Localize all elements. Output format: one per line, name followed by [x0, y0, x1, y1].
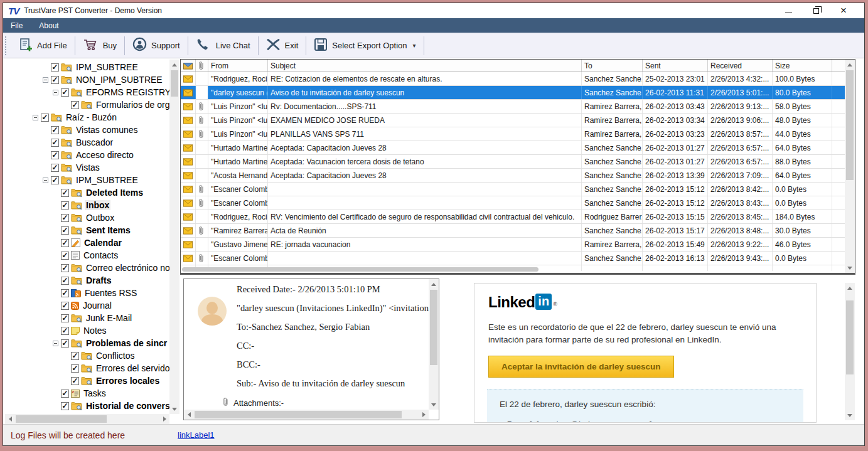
folder-checkbox[interactable]: ✓	[61, 88, 69, 97]
mail-row[interactable]: "Rodriguez, Roci...RV: Vencimiento del C…	[181, 210, 855, 224]
folder-checkbox[interactable]: ✓	[51, 63, 59, 72]
folder-checkbox[interactable]: ✓	[71, 101, 79, 109]
tree-item-ipm-subtree[interactable]: ✓IPM_SUBTREE	[5, 174, 169, 186]
tree-item-errores-locales[interactable]: ✓Errores locales	[5, 374, 169, 387]
mail-row[interactable]: "Hurtado Martine...Aceptada: Capacitacio…	[181, 141, 855, 155]
folder-checkbox[interactable]: ✓	[61, 339, 69, 348]
tree-item-formularios-de-orga[interactable]: ✓Formularios de orga	[5, 98, 169, 111]
mail-row[interactable]: "Rodriguez, Roci...RE: Cotizacion de ele…	[181, 72, 855, 86]
tree-item-sent-items[interactable]: ✓Sent Items	[5, 224, 169, 236]
tree-vertical-scrollbar[interactable]	[169, 60, 179, 414]
menu-file[interactable]: File	[11, 21, 23, 30]
tree-item-contacts[interactable]: ✓Contacts	[5, 249, 169, 262]
mail-row[interactable]: "Luis Pinzon" <lui...PLANILLAS VANS SPS …	[181, 127, 855, 141]
tree-item-problemas-de-sincr[interactable]: ✓Problemas de sincr	[5, 337, 169, 349]
folder-checkbox[interactable]: ✓	[61, 214, 69, 222]
folder-checkbox[interactable]: ✓	[41, 114, 49, 122]
tree-item-correo-electrónico-no[interactable]: ✓Correo electrónico no	[5, 262, 169, 274]
tree-item-non-ipm-subtree[interactable]: ✓NON_IPM_SUBTREE	[5, 73, 169, 86]
folder-checkbox[interactable]: ✓	[71, 377, 79, 385]
buy-button[interactable]: Buy	[75, 35, 124, 56]
mail-row[interactable]: "Luis Pinzon" <lui...Rv: Documentacion..…	[181, 100, 855, 114]
restore-button[interactable]	[812, 6, 820, 15]
mail-row[interactable]: "Acosta Hernand...Aceptada: Capacitacion…	[181, 169, 855, 183]
folder-checkbox[interactable]: ✓	[51, 139, 59, 147]
tree-item-vistas[interactable]: ✓Vistas	[5, 161, 169, 174]
mail-row[interactable]: "Escaner Colomb...Sanchez Sanche...26-02…	[181, 183, 855, 196]
collapse-expander-icon[interactable]	[33, 115, 38, 120]
log-link[interactable]: linkLabel1	[178, 430, 215, 440]
folder-checkbox[interactable]: ✓	[51, 76, 59, 84]
support-button[interactable]: Support	[125, 35, 188, 56]
folder-checkbox[interactable]: ✓	[61, 226, 69, 235]
folder-checkbox[interactable]: ✓	[71, 352, 79, 360]
folder-checkbox[interactable]: ✓	[61, 264, 69, 272]
tree-item-deleted-items[interactable]: ✓Deleted Items	[5, 186, 169, 199]
folder-checkbox[interactable]: ✓	[61, 327, 69, 335]
column-header-from[interactable]: From	[208, 60, 268, 72]
column-header-subject[interactable]: Subject	[268, 60, 582, 72]
folder-checkbox[interactable]: ✓	[51, 126, 59, 134]
column-header-sent[interactable]: Sent	[643, 60, 708, 72]
add-file-button[interactable]: Add File	[11, 35, 75, 56]
folder-checkbox[interactable]: ✓	[71, 364, 79, 373]
mail-row[interactable]: "Ramirez Barrera,...Acta de ReuniónSanch…	[181, 224, 855, 238]
message-horizontal-scrollbar[interactable]	[184, 410, 429, 420]
tree-item-fuentes-rss[interactable]: ✓Fuentes RSS	[5, 287, 169, 299]
exit-button[interactable]: Exit	[259, 35, 306, 56]
live-chat-button[interactable]: Live Chat	[188, 35, 258, 56]
tree-item-eforms-registry[interactable]: ✓EFORMS REGISTRY	[5, 86, 169, 98]
body-vertical-scrollbar[interactable]	[845, 283, 855, 420]
tree-item-raíz-buzón[interactable]: ✓Raíz - Buzón	[5, 111, 169, 124]
folder-checkbox[interactable]: ✓	[51, 176, 59, 184]
tree-item-calendar[interactable]: ✓Calendar	[5, 236, 169, 249]
select-export-option-button[interactable]: Select Export Option▾	[306, 35, 423, 56]
folder-checkbox[interactable]: ✓	[51, 164, 59, 172]
tree-item-conflictos[interactable]: ✓Conflictos	[5, 349, 169, 362]
tree-item-outbox[interactable]: ✓Outbox	[5, 211, 169, 224]
list-horizontal-scrollbar[interactable]	[182, 267, 538, 272]
mail-row[interactable]: "Escaner Colomb...Sanchez Sanche...26-02…	[181, 252, 855, 265]
tree-item-journal[interactable]: ✓Journal	[5, 299, 169, 312]
accept-invitation-button[interactable]: Aceptar la invitación de darley suescun	[488, 356, 674, 378]
mail-row[interactable]: "darley suescun (...Aviso de tu invitaci…	[181, 86, 855, 100]
folder-checkbox[interactable]: ✓	[61, 239, 69, 247]
folder-checkbox[interactable]: ✓	[61, 277, 69, 285]
column-header-size[interactable]: Size	[773, 60, 832, 72]
tree-item-tasks[interactable]: ✓Tasks	[5, 387, 169, 400]
message-vertical-scrollbar[interactable]	[429, 279, 439, 410]
folder-checkbox[interactable]: ✓	[61, 302, 69, 310]
tree-horizontal-scrollbar[interactable]	[5, 414, 169, 424]
tree-item-buscador[interactable]: ✓Buscador	[5, 136, 169, 149]
tree-item-drafts[interactable]: ✓Drafts	[5, 274, 169, 287]
tree-item-junk-e-mail[interactable]: ✓Junk E-Mail	[5, 312, 169, 324]
tree-item-acceso-directo[interactable]: ✓Acceso directo	[5, 149, 169, 161]
tree-item--mapisp-internal-[interactable]: ✓~MAPISP(Internal)	[5, 412, 169, 413]
tree-item-historial-de-convers[interactable]: ✓Historial de convers	[5, 400, 169, 412]
column-header-to[interactable]: To	[582, 60, 643, 72]
tree-item-errores-del-servidor[interactable]: ✓Errores del servidor	[5, 362, 169, 374]
collapse-expander-icon[interactable]	[43, 77, 48, 83]
mail-row[interactable]: "Hurtado Martine...Aceptada: Vacunacion …	[181, 155, 855, 169]
menu-about[interactable]: About	[39, 21, 58, 30]
attachment-column-header[interactable]	[196, 60, 208, 72]
tree-item-ipm-subtree[interactable]: ✓IPM_SUBTREE	[5, 61, 169, 73]
column-header-received[interactable]: Received	[708, 60, 773, 72]
minimize-button[interactable]	[784, 6, 793, 15]
collapse-expander-icon[interactable]	[53, 341, 58, 346]
folder-checkbox[interactable]: ✓	[61, 402, 69, 410]
tree-item-notes[interactable]: ✓Notes	[5, 324, 169, 337]
folder-checkbox[interactable]: ✓	[61, 289, 69, 297]
tree-item-vistas-comunes[interactable]: ✓Vistas comunes	[5, 124, 169, 136]
mail-icon-column-header[interactable]	[181, 60, 196, 72]
mail-row[interactable]: "Gustavo Jimene...RE: jornada vacunacion…	[181, 238, 855, 252]
mail-row[interactable]: "Luis Pinzon" <lui...EXAMEN MEDICO JOSE …	[181, 114, 855, 127]
folder-checkbox[interactable]: ✓	[61, 314, 69, 322]
folder-checkbox[interactable]: ✓	[61, 189, 69, 197]
folder-checkbox[interactable]: ✓	[51, 151, 59, 159]
tree-item-inbox[interactable]: ✓Inbox	[5, 199, 169, 211]
folder-checkbox[interactable]: ✓	[61, 390, 69, 398]
collapse-expander-icon[interactable]	[43, 178, 48, 183]
folder-checkbox[interactable]: ✓	[61, 252, 69, 260]
mail-row[interactable]: "Escaner Colomb...Sanchez Sanche...26-02…	[181, 196, 855, 210]
